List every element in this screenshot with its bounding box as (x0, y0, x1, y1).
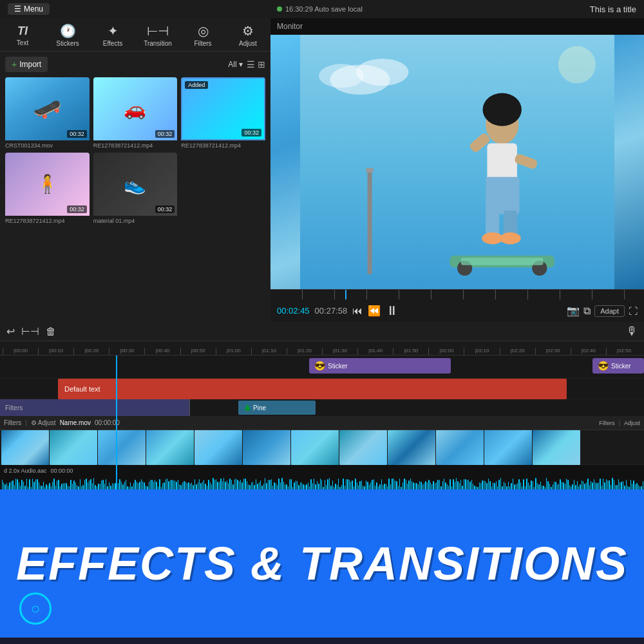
wave-bar (418, 484, 419, 489)
wave-bar (412, 481, 412, 489)
wave-bar (424, 483, 424, 489)
timeline-delete-button[interactable]: 🗑 (46, 326, 56, 337)
play-pause-button[interactable]: ⏸ (386, 303, 399, 318)
media-panel: + Import All ▾ ☰ ⊞ (0, 52, 270, 322)
adjust-label: Adjust (38, 419, 56, 426)
media-item[interactable]: 👟 00:32 material 01.mp4 (93, 153, 178, 224)
wave-bar (139, 482, 140, 489)
mic-button[interactable]: 🎙 (626, 325, 638, 338)
wave-bar (278, 478, 279, 489)
wave-bar (200, 483, 201, 489)
wave-bar (504, 482, 504, 489)
wave-bar (407, 484, 408, 489)
toolbar-adjust[interactable]: ⚙ Adjust (225, 23, 270, 47)
video-frame-12 (533, 430, 580, 465)
grid-view-button[interactable]: ⊞ (258, 59, 265, 70)
wave-bar (23, 482, 24, 489)
wave-bar (489, 481, 490, 489)
wave-bar (265, 478, 265, 489)
audio-label: d 2.0x Audio.aac (4, 468, 47, 474)
wave-bar (290, 479, 291, 489)
menu-button[interactable]: ☰ Menu (8, 3, 50, 15)
wave-bar (219, 482, 220, 489)
svg-rect-19 (366, 168, 374, 173)
wave-bar (496, 481, 497, 489)
wave-bar (274, 482, 274, 489)
media-item[interactable]: 🧍 00:32 RE127838721412.mp4 (5, 153, 90, 224)
wave-bar (425, 481, 426, 489)
tick: |01:00 (216, 348, 251, 355)
wave-bar (286, 484, 287, 489)
timeline-back-button[interactable]: ↩ (6, 325, 15, 337)
wave-bar (338, 478, 339, 489)
sticker-track: 😎 Sticker 😎 Sticker (0, 355, 644, 379)
wave-bar (437, 480, 438, 489)
toolbar-transition[interactable]: ⊢⊣ Transition (135, 23, 180, 47)
wave-bar (184, 481, 184, 489)
wave-bar (616, 485, 617, 489)
video-frame-1 (1, 430, 49, 465)
adapt-button[interactable]: Adapt (594, 305, 625, 317)
wave-bar (436, 482, 437, 489)
wave-bar (557, 484, 558, 489)
wave-bar (166, 479, 166, 489)
timeline-split-button[interactable]: ⊢⊣ (21, 325, 39, 337)
list-view-button[interactable]: ☰ (247, 59, 255, 70)
wave-bar (471, 480, 472, 489)
pip-button[interactable]: ⧉ (583, 305, 591, 317)
menu-icon: ☰ (14, 5, 21, 14)
wave-bar (281, 478, 282, 489)
media-item[interactable]: Added 00:32 RE127838721412.mp4 (181, 77, 265, 149)
wave-bar (355, 478, 355, 489)
wave-bar (526, 478, 527, 489)
wave-bar (427, 482, 428, 489)
screenshot-button[interactable]: 📷 (567, 305, 580, 317)
right-filters-label: Filters (599, 420, 615, 426)
sticker-label-2: Sticker (611, 363, 631, 370)
wave-bar (151, 480, 152, 489)
toolbar-stickers[interactable]: 🕐 Stickers (45, 23, 90, 47)
media-item[interactable]: 🛹 00:32 CRST001334.mov (5, 77, 90, 149)
filter-all-button[interactable]: All ▾ (228, 60, 243, 69)
video-filters-button[interactable]: Filters (4, 419, 21, 426)
wave-bar (594, 479, 594, 489)
import-button[interactable]: + Import (5, 57, 48, 72)
text-clip[interactable]: Default text (58, 379, 567, 399)
wave-bar (271, 479, 272, 489)
prev-frame-button[interactable]: ⏪ (368, 305, 381, 317)
filter-clip-label: Filters (5, 404, 23, 412)
duration-3: 00:32 (242, 129, 261, 137)
tracks-container: 😎 Sticker 😎 Sticker Default text Filters… (0, 355, 644, 489)
wave-bar (388, 478, 389, 489)
wave-bar (603, 478, 603, 489)
monitor-video (270, 35, 644, 289)
sticker-emoji-2: 😎 (598, 361, 609, 371)
wave-bar (112, 483, 113, 489)
wave-bar (520, 482, 521, 489)
wave-bar (325, 480, 325, 489)
wave-bar (480, 483, 481, 489)
wave-bar (75, 482, 76, 489)
wave-bar (175, 480, 175, 489)
wave-bar (565, 484, 565, 489)
wave-bar (137, 482, 137, 489)
media-item[interactable]: 🚗 00:32 RE127838721412.mp4 (93, 77, 178, 149)
toolbar-text[interactable]: TI Text (0, 24, 45, 46)
pine-clip[interactable]: 🌲 Pine (238, 401, 316, 415)
video-frame-7 (291, 430, 339, 465)
wave-bar (390, 484, 391, 489)
wave-bar (276, 483, 276, 490)
wave-bar (346, 479, 346, 489)
toolbar-effects[interactable]: ✦ Effects (90, 23, 135, 47)
sticker-clip-1[interactable]: 😎 Sticker (309, 358, 451, 374)
filter-left-clip[interactable]: Filters (0, 399, 190, 416)
fullscreen-button[interactable]: ⛶ (629, 306, 638, 316)
timeline-ruler: |00:00 |00:10 |00:20 |00:30 |00:40 |00:5… (0, 341, 644, 355)
toolbar-filters[interactable]: ◎ Filters (180, 23, 225, 47)
skip-start-button[interactable]: ⏮ (352, 305, 363, 317)
sticker-clip-2[interactable]: 😎 Sticker (592, 358, 644, 374)
video-adjust-button[interactable]: ⚙ Adjust (31, 419, 56, 426)
wave-bar (95, 485, 95, 489)
toolbar-filters-label: Filters (194, 40, 211, 47)
wave-bar (415, 483, 415, 489)
